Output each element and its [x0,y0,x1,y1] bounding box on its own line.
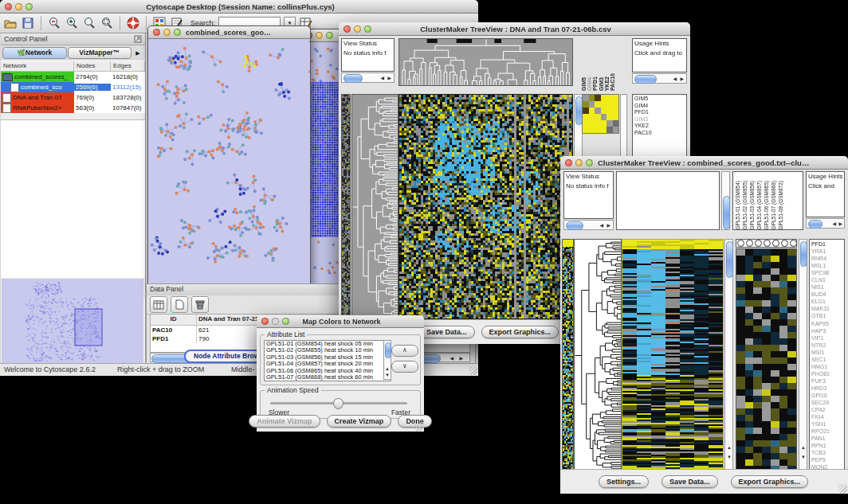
scrollbar-thumb[interactable] [385,342,391,358]
zoom-heatmap-panel[interactable] [736,248,797,471]
move-up-button[interactable]: ∧ [391,345,418,357]
scrollbar-thumb[interactable] [634,75,657,84]
global-view-strip[interactable] [341,94,351,319]
heatmap[interactable] [622,240,723,471]
zoom-button[interactable] [282,318,289,325]
heatmap-panel[interactable] [622,239,724,471]
treeview-button[interactable]: Export Graphics... [481,326,559,338]
gene-label[interactable]: BUD4 [811,291,842,298]
select-attributes-icon[interactable] [150,296,167,313]
gene-label[interactable]: GPI16 [811,392,842,399]
scrollbar-thumb[interactable] [723,196,730,229]
treeview-titlebar[interactable]: ClusterMaker TreeView : DNA and Tran 07-… [339,22,690,36]
help-lifering-icon[interactable] [126,16,140,30]
scrollbar-thumb[interactable] [726,241,733,278]
gene-label[interactable]: RPN1 [811,442,842,449]
tab-vizmapper[interactable]: VizMapper™ [68,47,132,59]
resize-grip[interactable] [414,422,423,431]
scroll-up-icon[interactable]: ▲ [727,445,732,450]
close-button[interactable] [344,25,351,33]
column-dendrogram[interactable] [399,39,572,85]
scroll-left-icon[interactable]: ◀ [380,76,384,80]
scroll-up-icon[interactable]: ▲ [801,445,806,450]
global-view-strip[interactable] [562,239,574,471]
scroll-left-icon[interactable]: ◀ [832,221,836,226]
tab-network[interactable]: 🌿Network [2,47,67,59]
view-status-hscrollbar[interactable]: ◀ ▶ [341,72,395,83]
minimize-button[interactable] [354,25,361,33]
gene-label[interactable]: VIP1 [811,334,842,342]
slider-thumb[interactable] [333,398,344,409]
gene-label[interactable]: MAK31 [811,305,842,312]
gene-label[interactable]: SEC24 [811,399,842,406]
zoom-button[interactable] [174,29,181,36]
scroll-down-icon[interactable]: ▼ [801,455,806,459]
row-dendrogram[interactable] [352,95,398,318]
gene-label[interactable]: PEP5 [811,456,842,463]
gene-label[interactable]: CLN1 [811,276,842,283]
resize-grip[interactable] [469,366,477,375]
gene-label[interactable]: SPC98 [811,269,842,276]
gene-label[interactable]: CPA2 [811,406,842,413]
network-birdseye-view[interactable] [2,279,143,363]
heatmap-vscrollbar[interactable]: ▲ ▼ [724,239,733,471]
scroll-right-icon[interactable]: ▶ [680,76,684,81]
scrollbar-thumb[interactable] [344,74,363,83]
gene-label[interactable]: YKE2 [634,123,685,130]
gene-label[interactable]: PAC10 [634,130,685,137]
gene-label[interactable]: NTR2 [811,342,842,349]
treeview-button[interactable]: Settings... [599,475,649,488]
usage-hints-hscrollbar[interactable]: ◀ ▶ [632,73,687,84]
gene-label[interactable]: PHO81 [811,370,842,377]
heatmap[interactable] [399,95,572,318]
gene-label[interactable]: MSL1 [811,262,842,269]
scroll-right-icon[interactable]: ▶ [838,221,842,226]
attribute-list-vscrollbar[interactable]: ▲ ▼ [383,340,391,380]
scroll-left-icon[interactable]: ◀ [673,76,677,81]
gene-label[interactable]: GTB1 [811,312,842,319]
heatmap-panel[interactable] [398,94,573,319]
treeview-titlebar[interactable]: ClusterMaker TreeView : combined_scores_… [560,156,848,170]
gene-label[interactable]: ELG1 [811,298,842,305]
open-file-icon[interactable] [3,16,18,30]
gene-label[interactable]: RNR4 [811,255,842,262]
column-dendrogram-panel[interactable] [616,171,720,230]
zoom-button[interactable] [326,32,333,39]
save-icon[interactable] [21,16,35,30]
scroll-right-icon[interactable]: ▶ [607,223,610,228]
close-button[interactable] [565,159,572,166]
column-header-id[interactable]: ID [151,315,197,325]
gene-label[interactable]: HRD3 [811,385,842,392]
gene-label[interactable]: GIM5 [634,96,685,103]
gene-label[interactable]: HAP3 [811,327,842,334]
scroll-up-icon[interactable]: ▲ [385,366,390,371]
gene-label[interactable]: YRA1 [811,248,842,255]
zoom-selected-icon[interactable] [100,16,114,30]
gene-label[interactable]: SEC1 [811,356,842,363]
delete-attribute-icon[interactable] [191,296,209,313]
gene-label[interactable]: GIM4 [634,103,685,110]
attribute-item[interactable]: GPL51-07 (GSM868) heat shock 60 min [265,374,391,381]
gene-label[interactable]: PUF3 [811,377,842,385]
animation-speed-slider[interactable] [270,402,407,404]
scrollbar-thumb[interactable] [800,241,807,267]
zoom-button[interactable] [364,25,371,33]
network-row[interactable]: DNA and Tran 07 769(0) 183728(0) [1,92,145,103]
zoom-in-icon[interactable] [65,16,79,30]
gene-label[interactable]: GIM3 [634,116,685,123]
tab-overflow-icon[interactable]: ▶ [132,50,143,57]
scroll-down-icon[interactable]: ▼ [727,455,732,459]
correlation-matrix-thumbnail[interactable] [582,94,619,134]
gene-label[interactable]: KAP95 [811,320,842,327]
minimize-button[interactable] [316,32,323,39]
main-titlebar[interactable]: Cytoscape Desktop (Session Name: collins… [0,0,478,14]
row-dendrogram[interactable] [575,240,621,471]
zoom-button[interactable] [586,159,593,166]
gene-label[interactable]: PFD1 [811,240,842,248]
network-row[interactable]: RNAPuberNov2+ 563(0) 107847(0) [1,103,145,113]
gene-label[interactable]: HMG1 [811,363,842,370]
top-vscrollbar[interactable] [721,171,730,230]
gene-label[interactable]: NIS1 [811,283,842,291]
new-attribute-icon[interactable] [171,296,188,313]
close-button[interactable] [153,29,160,36]
